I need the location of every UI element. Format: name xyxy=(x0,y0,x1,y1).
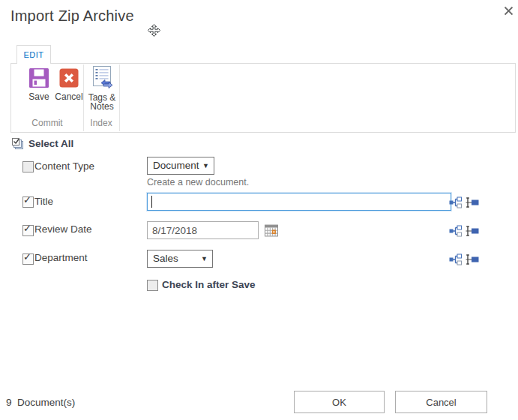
ok-button[interactable]: OK xyxy=(294,391,385,413)
group-label-commit: Commit xyxy=(11,118,83,128)
review-date-label: Review Date xyxy=(34,224,92,235)
check-in-checkbox[interactable] xyxy=(147,280,158,291)
tab-edit[interactable]: EDIT xyxy=(16,45,51,64)
check-in-label: Check In after Save xyxy=(162,279,256,290)
ribbon: Save Cancel xyxy=(10,63,516,133)
group-label-index: Index xyxy=(83,118,119,128)
title-checkbox[interactable]: ✓ xyxy=(22,196,34,208)
page-title: Import Zip Archive xyxy=(10,8,134,25)
field-input-icon[interactable] xyxy=(466,225,480,237)
import-zip-dialog: Import Zip Archive EDIT Save xyxy=(0,0,518,420)
text-caret xyxy=(151,196,152,208)
content-type-select[interactable]: Document ▼ xyxy=(147,157,214,175)
department-select[interactable]: Sales ▼ xyxy=(147,250,213,268)
calendar-icon[interactable] xyxy=(265,224,278,237)
content-type-value: Document xyxy=(153,160,199,171)
select-all-label: Select All xyxy=(28,138,73,149)
footer-cancel-button[interactable]: Cancel xyxy=(395,391,487,413)
move-cursor-icon xyxy=(148,24,160,37)
title-input[interactable] xyxy=(147,193,451,211)
department-value: Sales xyxy=(153,253,178,264)
cancel-label: Cancel xyxy=(52,92,86,101)
field-input-icon[interactable] xyxy=(466,254,480,266)
department-checkbox[interactable]: ✓ xyxy=(22,254,34,265)
tags-notes-icon xyxy=(91,80,113,91)
content-type-label: Content Type xyxy=(34,160,94,172)
ribbon-group-divider xyxy=(119,64,120,131)
hierarchy-icon[interactable] xyxy=(448,254,463,266)
close-icon[interactable] xyxy=(501,4,516,20)
hierarchy-icon[interactable] xyxy=(448,196,463,208)
tags-notes-label-line2: Notes xyxy=(86,102,118,111)
content-type-hint: Create a new document. xyxy=(147,177,249,188)
review-date-input[interactable] xyxy=(147,221,259,239)
field-input-icon[interactable] xyxy=(466,196,480,208)
department-label: Department xyxy=(34,252,88,263)
chevron-down-icon: ▼ xyxy=(202,162,209,170)
checkmark: ✓ xyxy=(23,223,31,234)
content-type-checkbox[interactable] xyxy=(22,161,34,172)
tags-notes-button[interactable]: Tags & Notes xyxy=(86,66,118,111)
hierarchy-icon[interactable] xyxy=(448,225,463,237)
save-icon xyxy=(29,79,49,90)
document-count: 9 Document(s) xyxy=(6,397,75,408)
cancel-icon xyxy=(59,79,79,90)
ribbon-cancel-button[interactable]: Cancel xyxy=(52,68,86,101)
select-all-icon[interactable] xyxy=(10,137,24,151)
checkmark: ✓ xyxy=(23,251,31,262)
review-date-checkbox[interactable]: ✓ xyxy=(22,225,34,236)
chevron-down-icon: ▼ xyxy=(201,255,208,262)
checkmark: ✓ xyxy=(23,194,31,206)
title-label: Title xyxy=(34,196,53,207)
